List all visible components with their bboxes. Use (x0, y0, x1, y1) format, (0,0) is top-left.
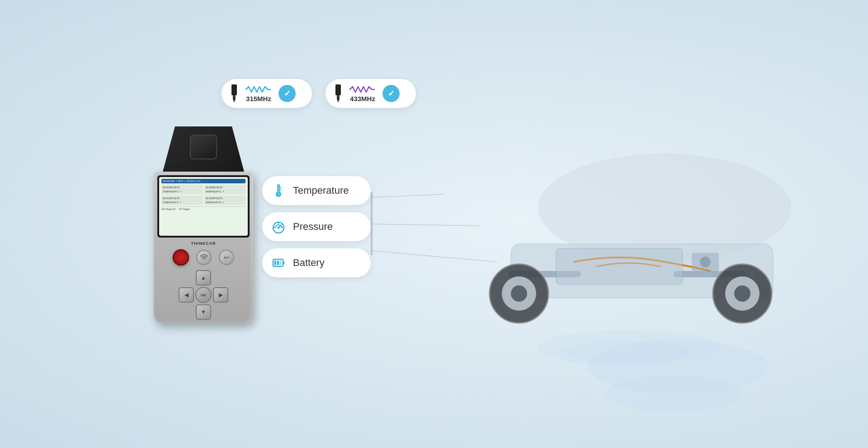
svg-rect-16 (556, 248, 683, 285)
screen-cell-rl: ID:S34FCE75 243kPa/24°C ✓ (161, 196, 203, 205)
check-315: ✓ (278, 85, 296, 102)
svg-point-28 (277, 193, 280, 196)
wifi-button[interactable] (196, 250, 212, 265)
clip-window (190, 135, 217, 159)
callout-container: Temperature Pressure B (262, 176, 371, 277)
callout-temperature: Temperature (262, 176, 371, 205)
svg-line-21 (371, 194, 443, 197)
device-main-body: RGWARD > BX5 > 2016/01-20- ID:S34FCE79 2… (154, 172, 253, 323)
svg-rect-41 (277, 261, 279, 265)
svg-rect-27 (278, 185, 279, 192)
svg-rect-2 (233, 100, 235, 102)
svg-point-12 (511, 285, 527, 302)
scanner-device: RGWARD > BX5 > 2016/01-20- ID:S34FCE79 2… (140, 126, 267, 434)
battery-icon (270, 255, 287, 271)
svg-rect-39 (283, 261, 284, 264)
temperature-icon (270, 182, 287, 199)
svg-point-34 (278, 227, 280, 229)
temperature-label: Temperature (293, 185, 349, 196)
device-screen-bezel: RGWARD > BX5 > 2016/01-20- ID:S34FCE79 2… (157, 175, 250, 238)
dpad-ok-button[interactable]: OK (195, 287, 212, 303)
sensor-icon-433 (334, 84, 343, 103)
callout-pressure: Pressure (262, 212, 371, 241)
freq-badge-433: 433MHz ✓ (326, 79, 416, 108)
screen-cell-rr: ID:S34FCE70 243kPa/24°C ✓ (204, 196, 246, 205)
screen-header: RGWARD > BX5 > 2016/01-20- (161, 179, 245, 183)
check-433: ✓ (382, 85, 400, 102)
battery-label: Battery (293, 257, 325, 269)
svg-point-15 (734, 285, 750, 302)
sensor-icon-315 (230, 84, 239, 103)
button-row-top: ↩ (173, 249, 234, 266)
device-screen: RGWARD > BX5 > 2016/01-20- ID:S34FCE79 2… (159, 177, 248, 236)
freq-label-315: 315MHz (246, 95, 271, 103)
svg-rect-40 (274, 261, 276, 265)
device-buttons-area: ↩ ▲ ▼ ◀ ▶ OK (157, 249, 250, 320)
frequency-badges: 315MHz ✓ 433MHz ✓ (222, 79, 416, 108)
callout-battery: Battery (262, 248, 371, 277)
svg-rect-1 (233, 95, 236, 100)
screen-footer-left: OK=Read ID (161, 208, 175, 211)
screen-grid: ID:S34FCE79 243kPa/24°C ✓ ID:S34FCE70 24… (161, 185, 245, 205)
dpad: ▲ ▼ ◀ ▶ OK (179, 270, 228, 320)
freq-label-433: 433MHz (350, 95, 375, 103)
dpad-down-button[interactable]: ▼ (196, 304, 211, 320)
freq-badge-315: 315MHz ✓ (222, 79, 312, 108)
dpad-up-button[interactable]: ▲ (196, 270, 211, 285)
dpad-right-button[interactable]: ▶ (213, 287, 228, 303)
wave-433: 433MHz (349, 85, 376, 103)
svg-rect-42 (280, 261, 281, 265)
svg-rect-0 (231, 84, 237, 95)
screen-footer: OK=Read ID B=Trigger (161, 206, 245, 211)
screen-cell-fl: ID:S34FCE79 243kPa/24°C ✓ (161, 185, 203, 194)
glow-circle-2 (606, 376, 741, 412)
svg-rect-24 (371, 192, 373, 255)
svg-point-18 (700, 257, 711, 267)
pressure-icon (270, 219, 287, 235)
wave-315: 315MHz (245, 85, 272, 103)
device-brand-label: THINKCAR (157, 241, 250, 246)
device-clip (163, 126, 244, 172)
pressure-label: Pressure (293, 221, 333, 233)
svg-rect-3 (335, 84, 341, 95)
svg-rect-5 (337, 100, 339, 102)
screen-cell-fr: ID:S34FCE70 243kPa/24°C ✓ (204, 185, 246, 194)
svg-rect-4 (337, 95, 340, 100)
back-button[interactable]: ↩ (219, 250, 234, 265)
screen-footer-right: B=Trigger (179, 208, 190, 211)
dpad-left-button[interactable]: ◀ (179, 287, 194, 303)
power-button[interactable] (173, 249, 189, 266)
